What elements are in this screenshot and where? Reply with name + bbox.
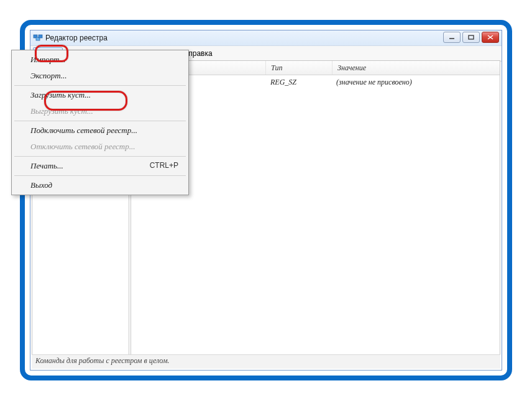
menu-print[interactable]: Печать... CTRL+P xyxy=(13,158,187,174)
titlebar: Редактор реестра xyxy=(30,30,502,46)
menu-import[interactable]: Импорт... xyxy=(13,52,187,68)
cell-value: (значение не присвоено) xyxy=(331,75,500,90)
window-controls xyxy=(443,32,499,43)
window-title: Редактор реестра xyxy=(45,34,108,42)
menu-separator xyxy=(14,85,186,86)
svg-rect-2 xyxy=(39,35,42,38)
column-value[interactable]: Значение xyxy=(332,61,500,75)
menu-unload-hive: Выгрузить куст... xyxy=(13,103,187,119)
menu-print-shortcut: CTRL+P xyxy=(150,161,178,170)
menu-export[interactable]: Экспорт... xyxy=(13,68,187,84)
menu-separator xyxy=(14,175,186,176)
statusbar: Команды для работы с реестром в целом. xyxy=(32,354,500,369)
cell-type: REG_SZ xyxy=(265,75,331,90)
minimize-button[interactable] xyxy=(443,32,461,43)
close-button[interactable] xyxy=(482,32,499,43)
regedit-icon xyxy=(33,33,43,43)
maximize-button[interactable] xyxy=(462,32,480,43)
column-type[interactable]: Тип xyxy=(266,61,332,75)
menu-print-label: Печать... xyxy=(30,161,63,170)
menu-connect-network[interactable]: Подключить сетевой реестр... xyxy=(13,122,187,139)
menu-separator xyxy=(14,156,186,157)
svg-rect-4 xyxy=(469,35,474,39)
menu-separator xyxy=(14,121,186,121)
menu-disconnect-network: Отключить сетевой реестр... xyxy=(13,139,187,155)
file-menu-dropdown: Импорт... Экспорт... Загрузить куст... В… xyxy=(11,50,189,195)
menu-exit[interactable]: Выход xyxy=(13,177,187,193)
menu-load-hive[interactable]: Загрузить куст... xyxy=(13,87,187,103)
